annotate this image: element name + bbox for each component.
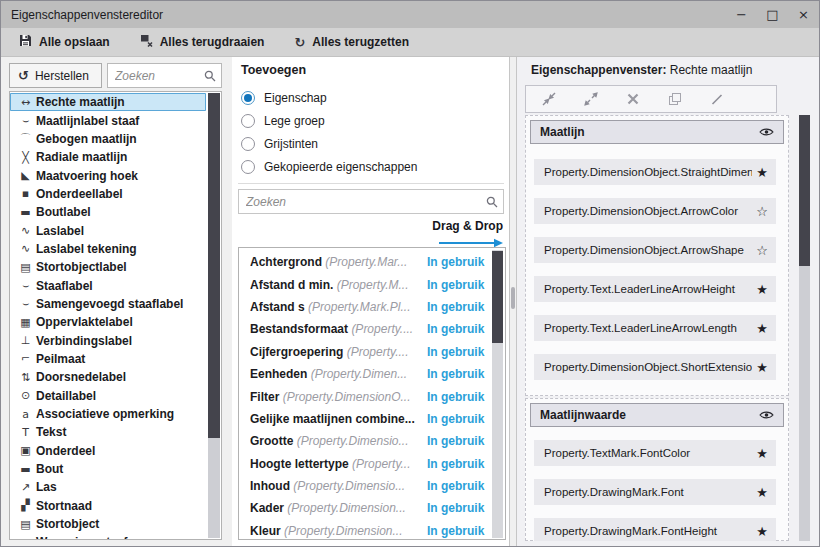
- placed-property-item[interactable]: Property.Text.LeaderLineArrowHeight ★: [534, 276, 776, 302]
- available-property-row[interactable]: Achtergrond (Property.Mar... In gebruik: [239, 251, 505, 273]
- placed-property-item[interactable]: Property.DimensionObject.ArrowShape ☆: [534, 237, 776, 263]
- object-type-label: Radiale maatlijn: [36, 150, 127, 164]
- maximize-button[interactable]: □: [757, 1, 788, 28]
- star-icon[interactable]: ★: [756, 165, 768, 180]
- available-property-row[interactable]: Inhoud (Property.Dimensio... In gebruik: [239, 475, 505, 497]
- mid-list-scrollbar[interactable]: [492, 250, 503, 538]
- revert-all-button[interactable]: Alles terugdraaien: [140, 34, 265, 50]
- property-name: Gelijke maatlijnen combine...: [250, 412, 415, 426]
- delete-button[interactable]: [624, 90, 642, 108]
- object-type-item[interactable]: ↗ Las: [10, 478, 206, 496]
- edit-button[interactable]: [708, 90, 726, 108]
- restore-button[interactable]: ↺ Herstellen: [9, 63, 102, 88]
- available-property-row[interactable]: Kleur (Property.Dimension... In gebruik: [239, 520, 505, 540]
- object-type-item[interactable]: ▦ Oppervlaktelabel: [10, 313, 206, 331]
- available-property-row[interactable]: Grootte (Property.Dimensio... In gebruik: [239, 430, 505, 452]
- minimize-button[interactable]: −: [726, 1, 757, 28]
- placed-property-text: Property.DimensionObject.StraightDimensi: [544, 166, 752, 178]
- star-icon[interactable]: ☆: [756, 243, 768, 258]
- object-type-item[interactable]: a Associatieve opmerking: [10, 405, 206, 423]
- available-property-row[interactable]: Afstand s (Property.Mark.Pl... In gebrui…: [239, 296, 505, 318]
- object-type-item[interactable]: ▤ Stortobjectlabel: [10, 258, 206, 276]
- collapse-all-button[interactable]: [540, 90, 558, 108]
- panel-splitter[interactable]: [509, 57, 517, 546]
- copy-button[interactable]: [666, 90, 684, 108]
- placed-property-item[interactable]: Property.DimensionObject.ArrowColor ☆: [534, 198, 776, 224]
- placed-property-item[interactable]: Property.DimensionObject.StraightDimensi…: [534, 159, 776, 185]
- placed-property-item[interactable]: Property.Text.LeaderLineArrowLength ★: [534, 315, 776, 341]
- object-type-item[interactable]: ⊙ Detaillabel: [10, 387, 206, 405]
- radio-icon: [241, 91, 255, 105]
- object-type-icon: ▣: [15, 444, 36, 457]
- reset-all-button[interactable]: ↻ Alles terugzetten: [294, 35, 409, 49]
- object-type-icon: ▤: [15, 261, 36, 274]
- placed-property-item[interactable]: Property.TextMark.FontColor ★: [534, 440, 776, 466]
- in-use-badge: In gebruik: [427, 524, 491, 538]
- object-type-item[interactable]: ⊥ Verbindingslabel: [10, 331, 206, 349]
- object-type-item[interactable]: ⇅ Doorsnedelabel: [10, 368, 206, 386]
- left-list-scrollbar[interactable]: [208, 93, 220, 538]
- available-property-row[interactable]: Cijfergroepering (Property.... In gebrui…: [239, 341, 505, 363]
- placed-property-item[interactable]: Property.DrawingMark.Font ★: [534, 479, 776, 505]
- group-header[interactable]: Maatlijn: [530, 120, 784, 144]
- object-type-item[interactable]: ▞ Stortnaad: [10, 497, 206, 515]
- right-panel-scrollbar[interactable]: [799, 115, 810, 541]
- object-type-item[interactable]: T Tekst: [10, 423, 206, 441]
- object-type-item[interactable]: ⌣ Wapeningsstaaf: [10, 533, 206, 540]
- drag-drop-label: Drag & Drop: [432, 219, 503, 233]
- object-type-item[interactable]: ╳ Radiale maatlijn: [10, 148, 206, 166]
- object-type-label: Oppervlaktelabel: [36, 315, 133, 329]
- available-property-row[interactable]: Kader (Property.Dimension... In gebruik: [239, 497, 505, 519]
- star-icon[interactable]: ★: [756, 485, 768, 500]
- properties-window-panel: Eigenschappenvenster: Rechte maatlijn: [517, 57, 819, 546]
- group-header[interactable]: Maatlijnwaarde: [530, 403, 784, 427]
- object-type-item[interactable]: ↔ Rechte maatlijn: [10, 93, 206, 111]
- available-property-row[interactable]: Filter (Property.DimensionO... In gebrui…: [239, 385, 505, 407]
- radio-option[interactable]: Gekopieerde eigenschappen: [241, 155, 501, 178]
- object-type-item[interactable]: ▣ Onderdeel: [10, 442, 206, 460]
- expand-all-button[interactable]: [582, 90, 600, 108]
- object-type-item[interactable]: ⌣ Samengevoegd staaflabel: [10, 295, 206, 313]
- available-property-row[interactable]: Eenheden (Property.Dimen... In gebruik: [239, 363, 505, 385]
- available-property-row[interactable]: Afstand d min. (Property.M... In gebruik: [239, 273, 505, 295]
- placed-property-item[interactable]: Property.DrawingMark.FontHeight ★: [534, 518, 776, 541]
- in-use-badge: In gebruik: [427, 367, 491, 381]
- star-icon[interactable]: ☆: [756, 204, 768, 219]
- visibility-eye-icon[interactable]: [759, 406, 774, 424]
- visibility-eye-icon[interactable]: [759, 123, 774, 141]
- star-icon[interactable]: ★: [756, 321, 768, 336]
- object-type-item[interactable]: ▪ Onderdeellabel: [10, 185, 206, 203]
- available-properties-list: Achtergrond (Property.Mar... In gebruik …: [238, 247, 506, 540]
- star-icon[interactable]: ★: [756, 282, 768, 297]
- available-property-row[interactable]: Bestandsformaat (Property.... In gebruik: [239, 318, 505, 340]
- radio-option[interactable]: Lege groep: [241, 109, 501, 132]
- object-type-item[interactable]: ⌣ Staaflabel: [10, 276, 206, 294]
- object-type-item[interactable]: ∿ Laslabel tekening: [10, 240, 206, 258]
- save-all-button[interactable]: Alle opslaan: [19, 34, 110, 50]
- placed-property-item[interactable]: Property.DimensionObject.ShortExtensionL…: [534, 354, 776, 380]
- left-list-scrollbar-thumb[interactable]: [208, 93, 220, 438]
- window-controls: − □ ×: [726, 1, 819, 28]
- radio-option[interactable]: Eigenschap: [241, 86, 501, 109]
- star-icon[interactable]: ★: [756, 524, 768, 539]
- splitter-grip-icon: [511, 287, 515, 309]
- object-type-item[interactable]: ∿ Laslabel: [10, 221, 206, 239]
- star-icon[interactable]: ★: [756, 360, 768, 375]
- object-type-item[interactable]: ⌒ Gebogen maatlijn: [10, 130, 206, 148]
- object-type-item[interactable]: ◣ Maatvoering hoek: [10, 166, 206, 184]
- property-path: (Property...: [352, 457, 410, 471]
- radio-option[interactable]: Grijstinten: [241, 132, 501, 155]
- object-type-icon: ⊥: [15, 334, 36, 347]
- property-search-input[interactable]: [239, 190, 503, 213]
- star-icon[interactable]: ★: [756, 446, 768, 461]
- object-type-item[interactable]: ⌣ Maatlijnlabel staaf: [10, 111, 206, 129]
- object-type-item[interactable]: ▬ Boutlabel: [10, 203, 206, 221]
- object-type-item[interactable]: ⌐ Peilmaat: [10, 350, 206, 368]
- object-type-item[interactable]: ▬ Bout: [10, 460, 206, 478]
- available-property-row[interactable]: Hoogte lettertype (Property... In gebrui…: [239, 453, 505, 475]
- mid-list-scrollbar-thumb[interactable]: [492, 251, 503, 343]
- object-type-item[interactable]: ▤ Stortobject: [10, 515, 206, 533]
- available-property-row[interactable]: Gelijke maatlijnen combine... In gebruik: [239, 408, 505, 430]
- close-button[interactable]: ×: [788, 1, 819, 28]
- right-panel-scrollbar-thumb[interactable]: [799, 115, 810, 266]
